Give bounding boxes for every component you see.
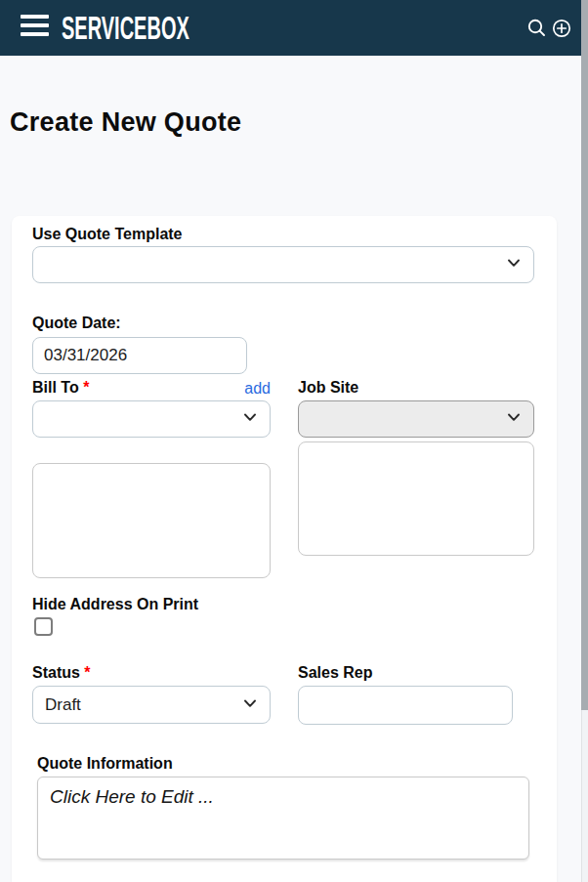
sales-rep-input[interactable] (298, 686, 513, 725)
scrollbar-thumb[interactable] (581, 0, 588, 710)
use-quote-template-label: Use Quote Template (32, 226, 183, 243)
search-icon[interactable] (525, 17, 549, 40)
sales-rep-label: Sales Rep (298, 664, 372, 682)
hide-address-checkbox[interactable] (34, 617, 53, 636)
required-asterisk: * (84, 664, 90, 681)
bill-to-label: Bill To * (32, 379, 89, 397)
job-site-address-textarea[interactable] (298, 441, 534, 556)
chevron-down-icon (506, 255, 522, 274)
job-site-select[interactable] (298, 400, 534, 438)
quote-date-input[interactable] (32, 337, 247, 374)
app-header: SERVICEBOX (0, 0, 588, 56)
bill-to-address-textarea[interactable] (32, 463, 271, 578)
status-select[interactable]: Draft (32, 686, 271, 724)
page-title: Create New Quote (10, 107, 241, 138)
chevron-down-icon (506, 409, 522, 429)
plus-circle-icon[interactable] (551, 18, 572, 39)
scrollbar-track[interactable] (581, 0, 588, 882)
chevron-down-icon (242, 409, 258, 429)
chevron-down-icon (242, 695, 258, 715)
required-asterisk: * (83, 379, 89, 396)
quote-information-editor[interactable]: Click Here to Edit ... (37, 777, 529, 860)
bill-to-select[interactable] (32, 400, 271, 438)
servicebox-logo: SERVICEBOX (62, 3, 189, 52)
quote-form-card: Use Quote Template Quote Date: Bill To *… (12, 216, 557, 882)
job-site-label: Job Site (298, 379, 358, 397)
bill-to-add-link[interactable]: add (222, 380, 271, 398)
hide-address-label: Hide Address On Print (32, 596, 198, 613)
quote-date-label: Quote Date: (32, 315, 121, 332)
use-quote-template-select[interactable] (32, 246, 534, 283)
quote-information-placeholder: Click Here to Edit ... (50, 786, 214, 807)
status-label: Status * (32, 664, 91, 682)
create-quote-screen: SERVICEBOX Create New Quote Use Quote Te… (0, 0, 588, 882)
status-value: Draft (45, 695, 81, 715)
header-actions (525, 0, 572, 56)
quote-information-label: Quote Information (37, 755, 173, 773)
hamburger-icon[interactable] (21, 15, 49, 40)
